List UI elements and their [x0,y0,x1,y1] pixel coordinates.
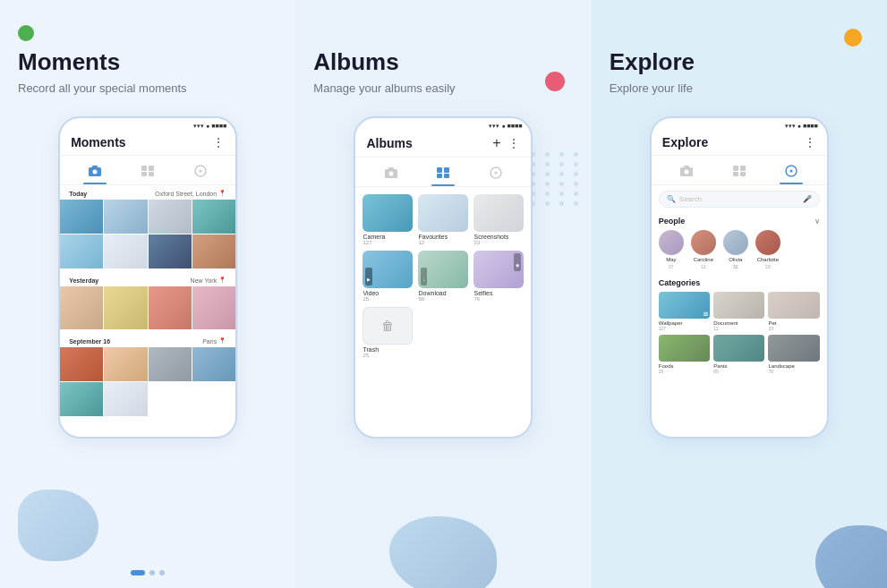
category-count-wallpaper: 127 [659,326,710,331]
tab-explore-moments[interactable] [189,161,212,181]
moments-phone-wrapper: ▾▾▾ ● ■■■■ Moments ⋮ [18,113,277,439]
album-thumb-trash: 🗑 [362,307,413,345]
category-count-pet: 23 [768,326,819,331]
person-olivia[interactable]: Olivia 31 [723,230,748,269]
signal-icons-explore: ▾▾▾ ● ■■■■ [785,123,818,130]
album-count-trash: 25 [362,353,369,358]
svg-point-8 [199,170,201,173]
photo-cell [104,286,147,329]
album-name-screenshots: Screenshots [473,234,508,240]
avatar-may [659,230,684,255]
svg-rect-21 [733,166,738,171]
signal-icons-albums: ▾▾▾ ● ■■■■ [489,123,522,130]
moments-phone: ▾▾▾ ● ■■■■ Moments ⋮ [58,116,237,439]
decorative-blob-moments [18,490,98,561]
phone-header-explore: Explore ⋮ [652,132,827,156]
photo-cell [149,234,192,268]
tab-photo-albums[interactable] [380,163,403,183]
photo-cell [104,234,147,268]
album-item-camera[interactable]: Camera 127 [362,194,413,245]
album-count-screenshots: 23 [473,240,480,245]
tab-album-albums[interactable] [431,163,455,183]
photo-cell [60,347,103,381]
photo-cell [60,200,103,234]
photo-cell [149,347,192,381]
page-dot-1[interactable] [131,570,145,575]
category-wallpaper[interactable]: 🖼 Wallpaper 127 [659,292,710,331]
svg-rect-14 [437,174,442,178]
album-item-selfies[interactable]: ◉ Selfies 76 [473,251,524,302]
add-album-icon[interactable]: + [492,135,500,151]
album-item-video[interactable]: ▶ Video 25 [362,251,413,302]
trash-icon: 🗑 [381,319,394,333]
albums-subtitle: Manage your albums easily [313,81,455,95]
album-thumb-selfies: ◉ [473,251,524,288]
page-dot-2[interactable] [149,570,155,575]
phone-tabs-moments [60,156,235,185]
wallpaper-tag-icon: 🖼 [704,311,708,317]
section-yesterday: Yesterday New York 📍 [60,272,235,286]
avatar-caroline [691,230,716,255]
svg-rect-6 [149,172,154,176]
search-icon: 🔍 [667,195,676,203]
photo-cell [104,200,147,234]
album-name-favourites: Favourites [418,234,448,240]
svg-rect-5 [141,172,147,176]
more-icon-moments[interactable]: ⋮ [212,135,225,149]
status-bar-moments: ▾▾▾ ● ■■■■ [60,118,235,132]
person-may[interactable]: May 27 [659,230,684,269]
more-icon-albums[interactable]: ⋮ [507,136,520,150]
more-icon-explore[interactable]: ⋮ [804,135,816,149]
decorative-blob-explore [815,525,887,588]
person-caroline[interactable]: Caroline 12 [691,230,716,269]
tab-photo-explore[interactable] [675,161,698,181]
moments-subtitle: Record all your special moments [18,81,187,95]
person-name-caroline: Caroline [694,257,713,262]
tab-photo-moments[interactable] [83,161,107,181]
svg-point-26 [790,170,793,173]
album-count-camera: 127 [362,240,371,245]
tab-explore-explore[interactable] [780,161,803,181]
album-item-favourites[interactable]: Favourites 12 [418,194,468,245]
album-item-trash[interactable]: 🗑 Trash 25 [362,307,413,358]
svg-rect-22 [740,166,746,171]
svg-rect-15 [444,174,449,178]
explore-phone-wrapper: ▾▾▾ ● ■■■■ Explore ⋮ [610,113,869,439]
phone-screen-title-explore: Explore [662,135,708,149]
phone-tabs-albums [355,158,531,187]
phone-header-moments: Moments ⋮ [60,132,235,156]
person-count-charlotte: 23 [765,264,771,269]
categories-section-header: Categories [652,275,827,290]
explore-subtitle: Explore your life [610,81,693,95]
category-pet[interactable]: Pet 23 [768,292,819,331]
person-charlotte[interactable]: Charlotte 23 [755,230,780,269]
category-thumb-pants [713,335,764,362]
header-actions-albums: + ⋮ [492,135,520,151]
category-landscape[interactable]: Landscape 76 [768,335,819,374]
category-document[interactable]: Document 12 [713,292,764,331]
selfie-icon: ◉ [516,262,519,268]
search-placeholder: Search [679,195,799,203]
person-name-may: May [666,257,676,262]
tab-album-explore[interactable] [728,161,751,181]
photo-grid-yesterday [60,286,235,331]
accent-dot-moments [18,25,34,41]
album-item-screenshots[interactable]: Screenshots 23 [473,194,524,245]
signal-icons: ▾▾▾ ● ■■■■ [193,123,226,130]
explore-search-bar[interactable]: 🔍 Search 🎤 [659,191,820,208]
microphone-icon[interactable]: 🎤 [803,195,812,203]
people-expand-icon[interactable]: ∨ [815,217,820,226]
tab-explore-albums[interactable] [484,163,507,183]
moments-content: Today Oxford Street, London 📍 [60,185,235,437]
category-pants[interactable]: Pants 65 [713,335,764,374]
photo-cell [192,200,235,234]
photo-cell [60,382,103,416]
page-dot-3[interactable] [159,570,165,575]
section-sep16-label: September 16 [69,338,110,345]
album-item-download[interactable]: ↓ Download 66 [418,251,468,302]
category-foods[interactable]: Foods 25 [659,335,710,374]
tab-album-moments[interactable] [136,161,159,181]
section-today-label: Today [69,191,87,197]
category-thumb-document [713,292,764,319]
album-name-trash: Trash [362,346,379,353]
